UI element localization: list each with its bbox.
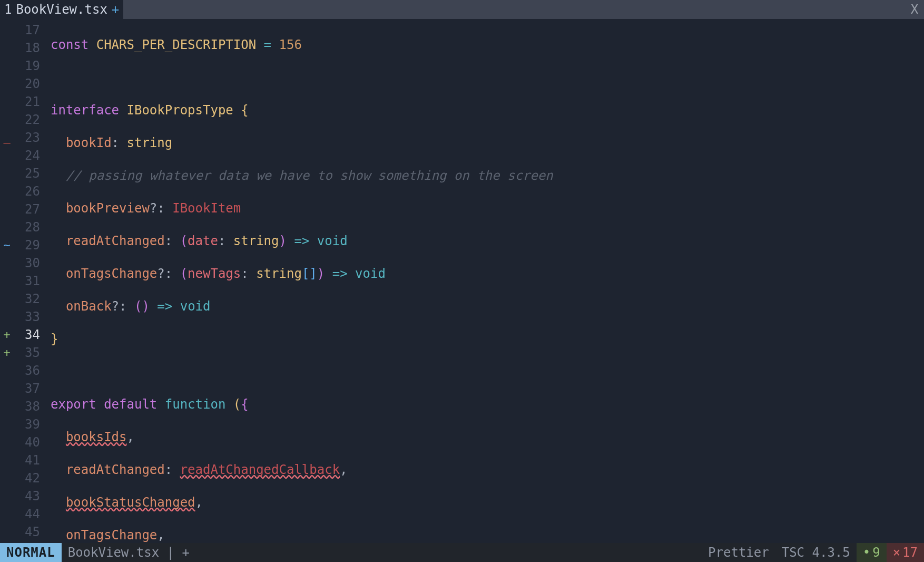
colon: :	[119, 299, 126, 314]
line-number: 42	[14, 469, 43, 487]
paren: (	[180, 234, 188, 248]
type: string	[233, 234, 279, 248]
param: readAtChanged	[66, 462, 165, 477]
type: string	[256, 266, 302, 281]
paren: (	[180, 266, 188, 281]
count: 17	[902, 545, 918, 560]
dot-icon	[863, 545, 872, 560]
colon: :	[165, 462, 172, 477]
colon: :	[165, 266, 172, 281]
count: 9	[872, 545, 880, 560]
line-number: 28	[14, 218, 43, 236]
line-number: 32	[14, 290, 43, 308]
tabline: 1 BookView.tsx + X	[0, 0, 924, 19]
type-void: void	[317, 234, 348, 248]
line-number: 27	[14, 200, 43, 218]
arrow: =>	[332, 266, 348, 281]
line-number: 22	[14, 111, 43, 129]
line-number: 19	[14, 57, 43, 75]
status-warnings[interactable]: 9	[857, 543, 887, 562]
line-number: 44	[14, 505, 43, 523]
param-err: bookStatusChanged	[66, 495, 195, 510]
identifier: CHARS_PER_DESCRIPTION	[96, 37, 256, 52]
line-number: 21	[14, 93, 43, 111]
line-number: 31	[14, 272, 43, 290]
property: onTagsChange	[66, 266, 157, 281]
colon: :	[241, 266, 248, 281]
arrow: =>	[294, 234, 309, 248]
status-errors[interactable]: 17	[887, 543, 924, 562]
gitgutter-deleted: _	[0, 129, 14, 147]
keyword-function: function	[165, 397, 226, 412]
brace: {	[241, 397, 248, 412]
keyword-interface: interface	[51, 103, 119, 118]
line-number: 37	[14, 380, 43, 398]
x-icon	[893, 545, 902, 560]
tab-close-button[interactable]: X	[905, 0, 924, 19]
comma: ,	[127, 430, 134, 444]
line-number: 33	[14, 308, 43, 326]
colon: :	[157, 201, 164, 216]
line-number: 23	[14, 129, 43, 147]
gitgutter-added: +	[0, 344, 14, 362]
editor-area[interactable]: _ ~ + + 17181920212223242526272829303132…	[0, 19, 924, 543]
code-area[interactable]: const CHARS_PER_DESCRIPTION = 156 interf…	[43, 19, 924, 543]
optional: ?	[150, 201, 157, 216]
property: bookPreview	[66, 201, 150, 216]
paren: )	[317, 266, 325, 281]
line-number: 45	[14, 523, 43, 541]
modified-flag: +	[182, 545, 189, 560]
paren: )	[279, 234, 287, 248]
close-icon: X	[911, 2, 918, 17]
keyword-const: const	[51, 37, 89, 52]
line-number: 35	[14, 344, 43, 362]
operator: =	[264, 37, 271, 52]
status-spacer	[196, 543, 702, 562]
comma: ,	[157, 528, 164, 542]
line-number: 38	[14, 398, 43, 415]
status-formatter: Prettier	[702, 543, 775, 562]
tab-bookview[interactable]: 1 BookView.tsx +	[0, 0, 123, 19]
paren: )	[142, 299, 149, 314]
line-number: 29	[14, 236, 43, 254]
line-number-gutter: 1718192021222324252627282930313233343536…	[14, 19, 43, 543]
line-number: 43	[14, 487, 43, 505]
line-number: 25	[14, 164, 43, 182]
property: onBack	[66, 299, 112, 314]
arrow: =>	[157, 299, 172, 314]
vim-mode-indicator: NORMAL	[0, 543, 62, 562]
status-filename: BookView.tsx | +	[62, 543, 196, 562]
line-number: 26	[14, 182, 43, 200]
param-err: booksIds	[66, 430, 127, 444]
line-number: 24	[14, 147, 43, 164]
colon: :	[112, 135, 119, 150]
gitgutter-added: +	[0, 326, 14, 344]
line-number: 30	[14, 254, 43, 272]
keyword-default: default	[104, 397, 157, 412]
paren: (	[134, 299, 142, 314]
type-name: IBookPropsType	[127, 103, 233, 118]
optional: ?	[157, 266, 164, 281]
text: BookView.tsx	[68, 545, 159, 560]
param: onTagsChange	[66, 528, 157, 542]
brace: }	[51, 332, 58, 346]
tab-index: 1	[4, 2, 12, 17]
type-void: void	[180, 299, 211, 314]
param: date	[188, 234, 218, 248]
line-number: 41	[14, 451, 43, 469]
type-void: void	[355, 266, 386, 281]
optional: ?	[112, 299, 119, 314]
line-number: 17	[14, 21, 43, 39]
comment: // passing whatever data we have to show…	[66, 168, 553, 183]
type: IBookItem	[172, 201, 241, 216]
keyword-export: export	[51, 397, 96, 412]
separator: |	[167, 545, 174, 560]
status-tsc-version: TSC 4.3.5	[775, 543, 857, 562]
type: string	[127, 135, 173, 150]
bracket: []	[302, 266, 317, 281]
line-number: 36	[14, 362, 43, 380]
property: readAtChanged	[66, 234, 165, 248]
line-number: 20	[14, 75, 43, 93]
comma: ,	[195, 495, 203, 510]
colon: :	[218, 234, 225, 248]
